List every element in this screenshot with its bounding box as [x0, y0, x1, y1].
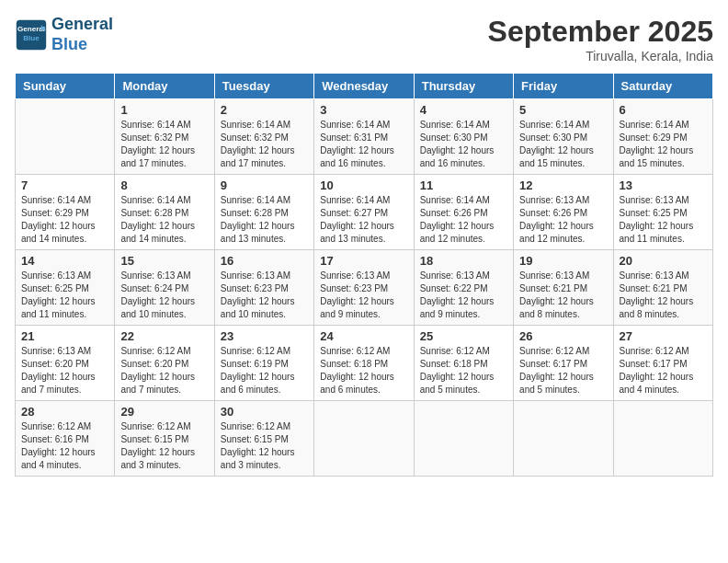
day-info: Sunrise: 6:12 AMSunset: 6:17 PMDaylight:… [519, 345, 607, 396]
day-number: 17 [320, 254, 407, 268]
calendar-cell: 14Sunrise: 6:13 AMSunset: 6:25 PMDayligh… [16, 250, 115, 326]
day-info: Sunrise: 6:12 AMSunset: 6:18 PMDaylight:… [420, 345, 507, 396]
svg-text:General: General [17, 25, 45, 33]
calendar-cell: 25Sunrise: 6:12 AMSunset: 6:18 PMDayligh… [414, 326, 513, 401]
calendar-cell: 8Sunrise: 6:14 AMSunset: 6:28 PMDaylight… [115, 175, 214, 250]
logo-text: General Blue [51, 15, 113, 54]
day-number: 16 [221, 254, 308, 268]
day-number: 2 [221, 103, 308, 117]
calendar-cell: 27Sunrise: 6:12 AMSunset: 6:17 PMDayligh… [613, 326, 712, 401]
calendar-cell: 17Sunrise: 6:13 AMSunset: 6:23 PMDayligh… [314, 250, 414, 326]
calendar-cell: 22Sunrise: 6:12 AMSunset: 6:20 PMDayligh… [115, 326, 214, 401]
calendar-cell: 21Sunrise: 6:13 AMSunset: 6:20 PMDayligh… [16, 326, 115, 401]
day-number: 23 [221, 329, 308, 343]
calendar-cell [314, 401, 414, 477]
day-info: Sunrise: 6:14 AMSunset: 6:28 PMDaylight:… [120, 194, 208, 246]
day-info: Sunrise: 6:13 AMSunset: 6:23 PMDaylight:… [221, 270, 308, 321]
day-number: 18 [420, 254, 507, 268]
day-info: Sunrise: 6:12 AMSunset: 6:15 PMDaylight:… [221, 420, 308, 472]
day-number: 30 [221, 405, 308, 419]
day-number: 21 [21, 329, 108, 343]
calendar-cell: 7Sunrise: 6:14 AMSunset: 6:29 PMDaylight… [16, 175, 115, 250]
calendar-cell: 13Sunrise: 6:13 AMSunset: 6:25 PMDayligh… [613, 175, 712, 250]
day-info: Sunrise: 6:13 AMSunset: 6:25 PMDaylight:… [620, 194, 707, 246]
title-section: September 2025 Tiruvalla, Kerala, India [488, 15, 713, 63]
day-number: 1 [120, 103, 208, 117]
day-number: 7 [21, 178, 108, 192]
day-info: Sunrise: 6:13 AMSunset: 6:21 PMDaylight:… [519, 270, 607, 321]
header-wednesday: Wednesday [314, 74, 414, 99]
day-info: Sunrise: 6:13 AMSunset: 6:26 PMDaylight:… [519, 194, 607, 246]
day-info: Sunrise: 6:12 AMSunset: 6:18 PMDaylight:… [320, 345, 407, 396]
day-info: Sunrise: 6:13 AMSunset: 6:20 PMDaylight:… [21, 345, 108, 396]
day-number: 20 [620, 254, 707, 268]
day-info: Sunrise: 6:13 AMSunset: 6:24 PMDaylight:… [120, 270, 208, 321]
page-header: General Blue General Blue September 2025… [15, 15, 713, 63]
svg-text:Blue: Blue [23, 34, 40, 42]
day-info: Sunrise: 6:12 AMSunset: 6:16 PMDaylight:… [21, 420, 108, 472]
calendar-cell: 6Sunrise: 6:14 AMSunset: 6:29 PMDaylight… [613, 99, 712, 175]
day-info: Sunrise: 6:14 AMSunset: 6:26 PMDaylight:… [420, 194, 507, 246]
calendar-cell: 24Sunrise: 6:12 AMSunset: 6:18 PMDayligh… [314, 326, 414, 401]
logo-icon: General Blue [15, 18, 48, 52]
day-info: Sunrise: 6:13 AMSunset: 6:23 PMDaylight:… [320, 270, 407, 321]
header-friday: Friday [514, 74, 613, 99]
day-number: 8 [120, 178, 208, 192]
day-info: Sunrise: 6:14 AMSunset: 6:32 PMDaylight:… [120, 119, 208, 170]
day-number: 6 [620, 103, 707, 117]
calendar-cell: 11Sunrise: 6:14 AMSunset: 6:26 PMDayligh… [414, 175, 513, 250]
calendar-cell [613, 401, 712, 477]
day-number: 24 [320, 329, 407, 343]
day-info: Sunrise: 6:14 AMSunset: 6:31 PMDaylight:… [320, 119, 407, 170]
calendar-week-row: 28Sunrise: 6:12 AMSunset: 6:16 PMDayligh… [16, 401, 713, 477]
calendar-cell: 16Sunrise: 6:13 AMSunset: 6:23 PMDayligh… [214, 250, 313, 326]
calendar-week-row: 7Sunrise: 6:14 AMSunset: 6:29 PMDaylight… [16, 175, 713, 250]
calendar-cell: 28Sunrise: 6:12 AMSunset: 6:16 PMDayligh… [16, 401, 115, 477]
day-number: 4 [420, 103, 507, 117]
day-number: 12 [519, 178, 607, 192]
location: Tiruvalla, Kerala, India [488, 49, 713, 63]
day-info: Sunrise: 6:14 AMSunset: 6:29 PMDaylight:… [21, 194, 108, 246]
day-number: 14 [21, 254, 108, 268]
day-number: 29 [120, 405, 208, 419]
calendar-cell: 26Sunrise: 6:12 AMSunset: 6:17 PMDayligh… [514, 326, 613, 401]
day-number: 5 [519, 103, 607, 117]
calendar-cell: 23Sunrise: 6:12 AMSunset: 6:19 PMDayligh… [214, 326, 313, 401]
day-number: 19 [519, 254, 607, 268]
month-title: September 2025 [488, 15, 713, 49]
calendar-cell: 1Sunrise: 6:14 AMSunset: 6:32 PMDaylight… [115, 99, 214, 175]
day-info: Sunrise: 6:13 AMSunset: 6:21 PMDaylight:… [620, 270, 707, 321]
calendar-cell [16, 99, 115, 175]
day-number: 25 [420, 329, 507, 343]
day-number: 13 [620, 178, 707, 192]
calendar-cell: 19Sunrise: 6:13 AMSunset: 6:21 PMDayligh… [514, 250, 613, 326]
calendar-header-row: SundayMondayTuesdayWednesdayThursdayFrid… [16, 74, 713, 99]
logo: General Blue General Blue [15, 15, 113, 54]
logo-line1: General [51, 15, 113, 33]
calendar-cell: 20Sunrise: 6:13 AMSunset: 6:21 PMDayligh… [613, 250, 712, 326]
day-info: Sunrise: 6:12 AMSunset: 6:19 PMDaylight:… [221, 345, 308, 396]
day-number: 11 [420, 178, 507, 192]
day-info: Sunrise: 6:14 AMSunset: 6:32 PMDaylight:… [221, 119, 308, 170]
day-info: Sunrise: 6:14 AMSunset: 6:30 PMDaylight:… [519, 119, 607, 170]
calendar-cell: 3Sunrise: 6:14 AMSunset: 6:31 PMDaylight… [314, 99, 414, 175]
day-number: 3 [320, 103, 407, 117]
day-info: Sunrise: 6:14 AMSunset: 6:27 PMDaylight:… [320, 194, 407, 246]
day-info: Sunrise: 6:13 AMSunset: 6:22 PMDaylight:… [420, 270, 507, 321]
day-info: Sunrise: 6:12 AMSunset: 6:15 PMDaylight:… [120, 420, 208, 472]
header-sunday: Sunday [16, 74, 115, 99]
day-info: Sunrise: 6:13 AMSunset: 6:25 PMDaylight:… [21, 270, 108, 321]
header-thursday: Thursday [414, 74, 513, 99]
calendar-cell: 9Sunrise: 6:14 AMSunset: 6:28 PMDaylight… [214, 175, 313, 250]
calendar-cell: 18Sunrise: 6:13 AMSunset: 6:22 PMDayligh… [414, 250, 513, 326]
day-info: Sunrise: 6:12 AMSunset: 6:20 PMDaylight:… [120, 345, 208, 396]
calendar-cell: 15Sunrise: 6:13 AMSunset: 6:24 PMDayligh… [115, 250, 214, 326]
calendar-cell [514, 401, 613, 477]
calendar-cell: 30Sunrise: 6:12 AMSunset: 6:15 PMDayligh… [214, 401, 313, 477]
day-number: 27 [620, 329, 707, 343]
day-number: 22 [120, 329, 208, 343]
day-number: 28 [21, 405, 108, 419]
calendar-week-row: 14Sunrise: 6:13 AMSunset: 6:25 PMDayligh… [16, 250, 713, 326]
calendar-cell [414, 401, 513, 477]
calendar-cell: 29Sunrise: 6:12 AMSunset: 6:15 PMDayligh… [115, 401, 214, 477]
